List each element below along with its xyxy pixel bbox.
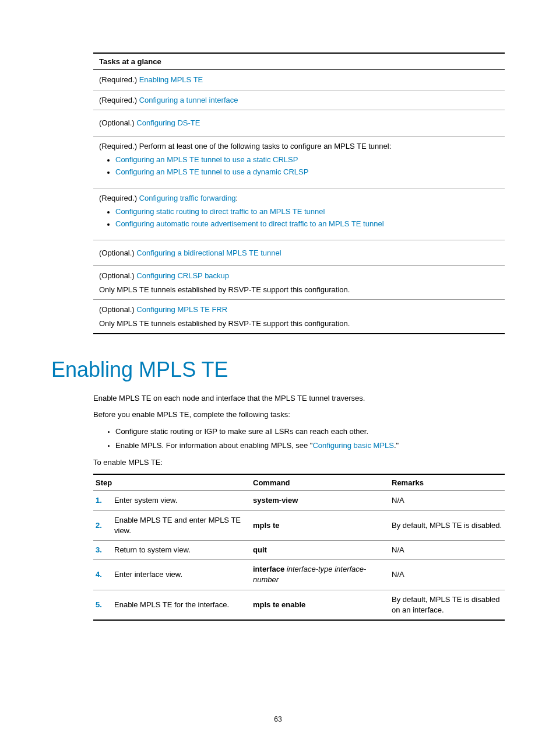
task-note: Only MPLS TE tunnels established by RSVP… bbox=[99, 284, 499, 296]
step-remarks: By default, MPLS TE is disabled on an in… bbox=[389, 590, 505, 620]
step-number: 1. bbox=[93, 491, 112, 510]
step-remarks: N/A bbox=[389, 560, 505, 590]
step-desc: Enable MPLS TE for the interface. bbox=[112, 590, 251, 620]
task-link[interactable]: Configuring CRLSP backup bbox=[136, 271, 229, 280]
section-heading: Enabling MPLS TE bbox=[51, 358, 505, 382]
list-text: Enable MPLS. For information about enabl… bbox=[115, 441, 312, 450]
step-remarks: By default, MPLS TE is disabled. bbox=[389, 510, 505, 540]
step-number: 3. bbox=[93, 541, 112, 560]
list-item: Configure static routing or IGP to make … bbox=[115, 425, 505, 438]
step-number: 5. bbox=[93, 590, 112, 620]
body-paragraph: Before you enable MPLS TE, complete the … bbox=[93, 409, 505, 421]
step-command: quit bbox=[251, 541, 389, 560]
task-prefix: (Optional.) bbox=[99, 118, 136, 127]
task-suffix: : bbox=[236, 194, 238, 202]
step-desc: Enable MPLS TE and enter MPLS TE view. bbox=[112, 510, 251, 540]
step-command: mpls te bbox=[251, 510, 389, 540]
step-number: 2. bbox=[93, 510, 112, 540]
steps-header-step: Step bbox=[93, 474, 251, 491]
task-row: (Required.) Configuring a tunnel interfa… bbox=[93, 90, 505, 110]
task-link[interactable]: Configuring traffic forwarding bbox=[139, 194, 236, 202]
task-prefix: (Required.) bbox=[99, 194, 139, 202]
task-note: Only MPLS TE tunnels established by RSVP… bbox=[99, 318, 499, 330]
task-bullet-link[interactable]: Configuring static routing to direct tra… bbox=[115, 207, 325, 216]
task-row: (Required.) Perform at least one of the … bbox=[93, 136, 505, 188]
step-desc: Return to system view. bbox=[112, 541, 251, 560]
task-bullet-link[interactable]: Configuring an MPLS TE tunnel to use a s… bbox=[115, 155, 298, 164]
task-row: (Optional.) Configuring a bidirectional … bbox=[93, 240, 505, 266]
task-link[interactable]: Configuring DS-TE bbox=[136, 118, 200, 127]
body-paragraph: Enable MPLS TE on each node and interfac… bbox=[93, 393, 505, 404]
steps-header-remarks: Remarks bbox=[389, 474, 505, 491]
task-row: (Optional.) Configuring DS-TE bbox=[93, 110, 505, 136]
task-link[interactable]: Configuring a tunnel interface bbox=[139, 96, 238, 104]
task-link[interactable]: Configuring MPLS TE FRR bbox=[136, 305, 227, 314]
step-desc: Enter interface view. bbox=[112, 560, 251, 590]
step-remarks: N/A bbox=[389, 541, 505, 560]
step-desc: Enter system view. bbox=[112, 491, 251, 510]
page-number: 63 bbox=[0, 715, 556, 723]
steps-header-command: Command bbox=[251, 474, 389, 491]
list-text: ." bbox=[394, 441, 399, 450]
task-row: (Required.) Configuring traffic forwardi… bbox=[93, 188, 505, 240]
step-command: system-view bbox=[251, 491, 389, 510]
task-link[interactable]: Configuring a bidirectional MPLS TE tunn… bbox=[136, 249, 281, 257]
task-row: (Required.) Enabling MPLS TE bbox=[93, 70, 505, 90]
task-prefix: (Optional.) bbox=[99, 249, 136, 257]
task-prefix: (Optional.) bbox=[99, 305, 136, 314]
step-remarks: N/A bbox=[389, 491, 505, 510]
body-paragraph: To enable MPLS TE: bbox=[93, 457, 505, 468]
task-link[interactable]: Enabling MPLS TE bbox=[139, 75, 203, 84]
task-row: (Optional.) Configuring CRLSP backup Onl… bbox=[93, 266, 505, 300]
step-command: interface interface-type interface-numbe… bbox=[251, 560, 389, 590]
task-prefix: (Required.) bbox=[99, 75, 139, 84]
task-prefix: (Required.) bbox=[99, 96, 139, 104]
list-item: Enable MPLS. For information about enabl… bbox=[115, 439, 505, 452]
task-bullet-link[interactable]: Configuring automatic route advertisemen… bbox=[115, 219, 384, 228]
task-prefix: (Required.) Perform at least one of the … bbox=[99, 142, 391, 150]
task-bullet-link[interactable]: Configuring an MPLS TE tunnel to use a d… bbox=[115, 167, 308, 176]
step-number: 4. bbox=[93, 560, 112, 590]
task-prefix: (Optional.) bbox=[99, 271, 136, 280]
steps-table: Step Command Remarks 1. Enter system vie… bbox=[93, 474, 505, 621]
tasks-header: Tasks at a glance bbox=[93, 53, 505, 70]
step-command: mpls te enable bbox=[251, 590, 389, 620]
tasks-at-a-glance-table: Tasks at a glance (Required.) Enabling M… bbox=[93, 52, 505, 334]
task-row: (Optional.) Configuring MPLS TE FRR Only… bbox=[93, 300, 505, 334]
inline-link[interactable]: Configuring basic MPLS bbox=[312, 441, 393, 450]
